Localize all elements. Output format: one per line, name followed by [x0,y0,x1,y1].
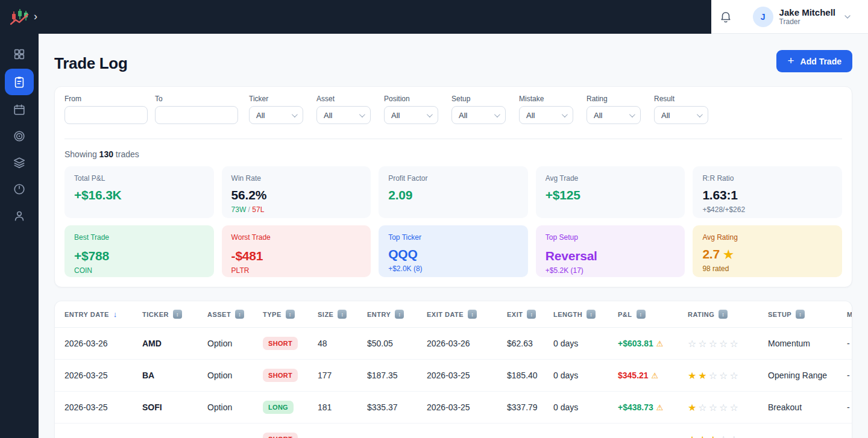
column-header-mistake[interactable]: MISTAKE↕ [847,310,852,319]
column-label: RATING [688,311,714,318]
filter-label-position: Position [384,95,438,103]
cell-entry_date: 2026-03-25 [64,402,142,412]
chevron-down-icon [494,111,500,117]
stat-sub: 73W / 57L [231,205,362,214]
filter-select-mistake[interactable]: All [519,106,573,124]
filter-field-asset: AssetAll [316,95,371,124]
column-header-type[interactable]: TYPE↕ [263,310,318,319]
sidebar-collapse-toggle[interactable]: › [34,9,37,23]
filter-select-position[interactable]: All [384,106,438,124]
stat-tile-avg-trade: Avg Trade+$125 [536,166,685,218]
to-label: To [155,95,238,103]
from-date-input[interactable] [64,106,148,124]
sidebar-item-profile[interactable] [6,204,33,228]
plus-icon: + [787,55,794,66]
stat-tile-avg-rating: Avg Rating2.7★98 rated [693,225,842,277]
filter-field-position: PositionAll [384,95,438,124]
stat-value: +$16.3K [74,188,204,202]
pnl-value: $345.21 [618,371,649,380]
pnl-value: +$438.73 [618,402,653,412]
filter-from-field: From [64,95,148,124]
stats-row-1: Total P&L+$16.3KWin Rate56.2%73W / 57LPr… [64,166,842,218]
filter-label-result: Result [654,95,708,103]
table-row[interactable]: 2026-03-26AMDOptionSHORT48$50.052026-03-… [55,328,852,360]
stat-sub: 98 rated [702,264,832,273]
filter-row: From To TickerAllAssetAllPositionAllSetu… [64,95,842,124]
filter-label-ticker: Ticker [249,95,303,103]
cell-entry: $50.05 [367,339,427,348]
sidebar-item-playbooks[interactable] [6,151,33,175]
stat-tile-profit-factor: Profit Factor2.09 [379,166,528,218]
column-header-pnl[interactable]: P&L↕ [618,310,688,319]
add-trade-button[interactable]: + Add Trade [776,50,852,72]
type-badge: SHORT [263,433,298,438]
cell-pnl: +$603.81⚠ [618,339,688,348]
table-row[interactable]: SHORT★★★☆☆ [55,424,852,438]
chevron-down-icon [292,111,298,117]
sort-updown-icon: ↕ [796,310,805,319]
chevron-down-icon [629,111,635,117]
chevron-down-icon [697,111,703,117]
table-row[interactable]: 2026-03-25SOFIOptionLONG181$335.372026-0… [55,392,852,424]
filter-field-result: ResultAll [654,95,708,124]
column-header-ticker[interactable]: TICKER↕ [142,310,207,319]
stat-label: R:R Ratio [702,174,832,183]
sidebar-item-trade-log[interactable] [5,69,34,95]
stat-label: Total P&L [74,174,204,183]
filter-select-value: All [526,111,535,120]
sort-updown-icon: ↕ [468,310,477,319]
column-label: P&L [618,311,632,318]
chevron-down-icon [359,111,365,117]
page-title: Trade Log [54,54,128,73]
stat-value: -$481 [231,249,362,263]
filter-select-result[interactable]: All [654,106,708,124]
notifications-bell-icon[interactable] [719,10,732,23]
column-header-rating[interactable]: RATING↕ [688,310,768,319]
filters-card: From To TickerAllAssetAllPositionAllSetu… [54,86,852,287]
stat-label: Best Trade [74,233,204,242]
main-content: Trade Log + Add Trade From To TickerAllA… [39,34,868,438]
filter-select-rating[interactable]: All [587,106,641,124]
column-label: SIZE [318,311,333,318]
topbar-user-area: J Jake Mitchell Trader [711,0,868,34]
table-row[interactable]: 2026-03-25BAOptionSHORT177$187.352026-03… [55,360,852,392]
divider [64,139,842,139]
sidebar-item-dashboard[interactable] [6,42,33,66]
stat-value: +$125 [546,188,676,202]
avatar[interactable]: J [753,7,773,27]
filter-select-ticker[interactable]: All [249,106,303,124]
stat-value: 2.09 [388,188,518,202]
column-header-length[interactable]: LENGTH↕ [553,310,618,319]
sidebar-item-goals[interactable] [6,124,33,148]
cell-mistake: - [847,402,852,412]
column-label: MISTAKE [847,311,852,318]
cell-size: 48 [318,339,367,348]
filter-select-asset[interactable]: All [316,106,371,124]
clipboard-icon [13,75,26,89]
topbar: › J Jake Mitchell Trader [0,0,868,34]
rating-stars: ☆☆☆☆☆ [688,339,740,349]
user-names: Jake Mitchell Trader [779,7,835,27]
stat-value: 1.63:1 [702,188,832,202]
filter-select-value: All [324,111,332,120]
column-header-asset[interactable]: ASSET↕ [207,310,263,319]
stat-label: Top Ticker [388,233,518,242]
sidebar-item-calendar[interactable] [6,98,33,122]
sidebar-item-sessions[interactable] [6,177,33,201]
column-header-entry_date[interactable]: ENTRY DATE↓ [64,310,142,319]
column-header-setup[interactable]: SETUP↕ [768,310,847,319]
type-badge: LONG [263,401,294,414]
filter-selects: TickerAllAssetAllPositionAllSetupAllMist… [245,95,722,124]
cell-type: LONG [263,401,318,414]
cell-entry: $187.35 [367,371,427,380]
to-date-input[interactable] [155,106,238,124]
column-header-exit[interactable]: EXIT↕ [507,310,553,319]
user-menu-chevron-down-icon[interactable] [843,12,852,22]
column-header-exit_date[interactable]: EXIT DATE↕ [427,310,507,319]
stat-label: Worst Trade [231,233,362,242]
filter-select-setup[interactable]: All [451,106,506,124]
column-header-size[interactable]: SIZE↕ [318,310,367,319]
calendar-icon [13,103,26,116]
column-header-entry[interactable]: ENTRY↕ [367,310,427,319]
stat-value: QQQ [388,247,518,261]
